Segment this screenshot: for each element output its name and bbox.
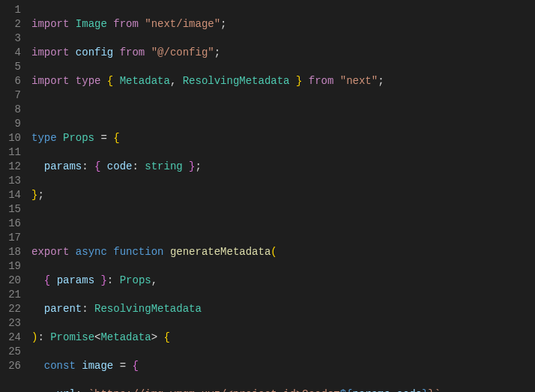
line-number: 7	[0, 88, 21, 103]
line-number: 26	[0, 359, 21, 373]
code-line: import config from "@/config";	[31, 46, 535, 60]
line-number: 16	[0, 217, 21, 231]
line-number: 1	[0, 3, 21, 17]
line-number: 3	[0, 31, 21, 46]
line-number: 21	[0, 288, 21, 302]
line-number: 12	[0, 160, 21, 174]
code-line: };	[31, 188, 535, 202]
line-number: 4	[0, 46, 21, 60]
code-editor: 1 2 3 4 5 6 7 8 9 10 11 12 13 14 15 16 1…	[0, 0, 535, 392]
code-line	[31, 103, 535, 117]
code-line: params: { code: string };	[31, 160, 535, 174]
code-line: url: `https://img.vmgm.xyz/<project_id>?…	[31, 388, 535, 392]
code-area[interactable]: import Image from "next/image"; import c…	[25, 0, 535, 392]
line-number: 11	[0, 145, 21, 160]
line-number: 24	[0, 331, 21, 345]
line-number: 17	[0, 231, 21, 245]
line-number: 5	[0, 60, 21, 74]
code-line: const image = {	[31, 359, 535, 373]
line-number: 8	[0, 103, 21, 117]
line-number: 2	[0, 17, 21, 31]
code-line: import Image from "next/image";	[31, 17, 535, 31]
code-line: { params }: Props,	[31, 274, 535, 288]
line-number: 25	[0, 345, 21, 359]
line-number: 13	[0, 174, 21, 188]
line-number: 23	[0, 316, 21, 331]
line-number: 18	[0, 245, 21, 259]
line-number: 20	[0, 274, 21, 288]
line-number: 10	[0, 131, 21, 145]
code-line: parent: ResolvingMetadata	[31, 302, 535, 316]
line-number-gutter: 1 2 3 4 5 6 7 8 9 10 11 12 13 14 15 16 1…	[0, 0, 25, 392]
line-number: 9	[0, 117, 21, 131]
line-number: 22	[0, 302, 21, 316]
code-line: type Props = {	[31, 131, 535, 145]
code-line	[31, 217, 535, 231]
code-line: ): Promise<Metadata> {	[31, 331, 535, 345]
code-line: export async function generateMetadata(	[31, 245, 535, 259]
line-number: 19	[0, 259, 21, 274]
code-line: import type { Metadata, ResolvingMetadat…	[31, 74, 535, 88]
line-number: 15	[0, 202, 21, 217]
line-number: 14	[0, 188, 21, 202]
line-number: 6	[0, 74, 21, 88]
